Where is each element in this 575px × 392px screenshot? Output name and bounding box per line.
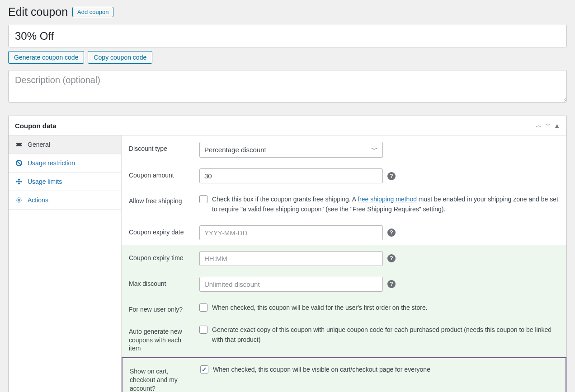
- coupon-tabs: General Usage restriction Usage limits A…: [9, 135, 122, 392]
- panel-toggles: ︿ ﹀ ▲: [536, 121, 560, 130]
- page-header: Edit coupon Add coupon: [8, 5, 567, 19]
- label-discount-type: Discount type: [129, 142, 192, 153]
- generate-coupon-code-button[interactable]: Generate coupon code: [8, 51, 84, 64]
- free-shipping-text: Check this box if the coupon grants free…: [212, 194, 559, 215]
- panel-up-icon[interactable]: ︿: [536, 121, 542, 130]
- tab-usage-restriction[interactable]: Usage restriction: [9, 154, 121, 173]
- label-show-on-cart: Show on cart, checkout and my account?: [130, 364, 193, 392]
- section-core: Discount type Percentage discount ﹀ Coup…: [122, 135, 566, 245]
- field-auto-generate: Auto generate new coupons with each item…: [122, 318, 566, 358]
- panel-down-icon[interactable]: ﹀: [545, 121, 551, 130]
- section-extended: Coupon expiry time ? Max discount ? For …: [122, 245, 566, 358]
- move-icon: [15, 178, 23, 185]
- expiry-time-input[interactable]: [199, 251, 383, 266]
- auto-generate-checkbox[interactable]: [199, 326, 207, 334]
- label-expiry-time: Coupon expiry time: [129, 251, 192, 262]
- svg-line-1: [17, 161, 21, 165]
- field-coupon-amount: Coupon amount ?: [122, 162, 566, 188]
- show-on-cart-checkbox[interactable]: [200, 365, 208, 373]
- free-shipping-method-link[interactable]: free shipping method: [358, 196, 417, 203]
- show-on-cart-text: When checked, this coupon will be visibl…: [213, 364, 558, 374]
- field-discount-type: Discount type Percentage discount ﹀: [122, 135, 566, 162]
- description-textarea[interactable]: [8, 70, 567, 103]
- svg-point-2: [18, 199, 20, 201]
- panel-collapse-icon[interactable]: ▲: [554, 122, 560, 129]
- help-icon[interactable]: ?: [387, 254, 396, 262]
- auto-generate-text: Generate exact copy of this coupon with …: [212, 325, 559, 345]
- field-max-discount: Max discount ?: [122, 271, 566, 296]
- help-icon[interactable]: ?: [387, 172, 396, 180]
- tab-label: Actions: [28, 196, 48, 204]
- panel-title: Coupon data: [15, 122, 536, 130]
- coupon-data-panel: Coupon data ︿ ﹀ ▲ General Usage restrict…: [8, 116, 567, 392]
- discount-type-select[interactable]: Percentage discount ﹀: [199, 142, 383, 158]
- chevron-down-icon: ﹀: [371, 145, 378, 154]
- field-new-user: For new user only? When checked, this co…: [122, 296, 566, 318]
- highlighted-section: Show on cart, checkout and my account? W…: [122, 357, 566, 392]
- field-expiry-time: Coupon expiry time ?: [122, 245, 566, 271]
- max-discount-input[interactable]: [199, 277, 383, 292]
- field-show-on-cart: Show on cart, checkout and my account? W…: [123, 358, 566, 392]
- tab-actions[interactable]: Actions: [9, 191, 121, 210]
- label-auto-generate: Auto generate new coupons with each item: [129, 325, 192, 353]
- help-icon[interactable]: ?: [387, 229, 396, 237]
- tab-general[interactable]: General: [9, 135, 121, 154]
- new-user-checkbox[interactable]: [199, 303, 207, 312]
- ticket-icon: [15, 141, 23, 148]
- copy-coupon-code-button[interactable]: Copy coupon code: [88, 51, 152, 64]
- panel-body: General Usage restriction Usage limits A…: [9, 135, 566, 392]
- ban-icon: [15, 159, 23, 167]
- label-new-user: For new user only?: [129, 303, 192, 314]
- label-max-discount: Max discount: [129, 277, 192, 288]
- coupon-amount-input[interactable]: [199, 168, 383, 183]
- discount-type-value: Percentage discount: [204, 146, 266, 154]
- page-title: Edit coupon: [8, 5, 68, 19]
- field-expiry-date: Coupon expiry date ?: [122, 219, 566, 245]
- coupon-title-input[interactable]: [8, 25, 567, 47]
- label-expiry-date: Coupon expiry date: [129, 225, 192, 237]
- add-coupon-button[interactable]: Add coupon: [72, 7, 113, 17]
- coupon-code-buttons: Generate coupon code Copy coupon code: [8, 51, 567, 64]
- label-coupon-amount: Coupon amount: [129, 168, 192, 180]
- tab-label: Usage restriction: [28, 159, 75, 167]
- field-free-shipping: Allow free shipping Check this box if th…: [122, 188, 566, 219]
- label-free-shipping: Allow free shipping: [129, 194, 192, 205]
- free-shipping-checkbox[interactable]: [199, 195, 207, 203]
- tab-label: Usage limits: [28, 178, 62, 185]
- expiry-date-input[interactable]: [199, 225, 383, 240]
- tab-label: General: [28, 141, 50, 148]
- gear-icon: [15, 196, 23, 204]
- panel-header: Coupon data ︿ ﹀ ▲: [9, 116, 566, 135]
- new-user-text: When checked, this coupon will be valid …: [212, 303, 559, 313]
- tab-usage-limits[interactable]: Usage limits: [9, 173, 121, 191]
- panel-content: Discount type Percentage discount ﹀ Coup…: [122, 135, 566, 392]
- help-icon[interactable]: ?: [387, 280, 396, 288]
